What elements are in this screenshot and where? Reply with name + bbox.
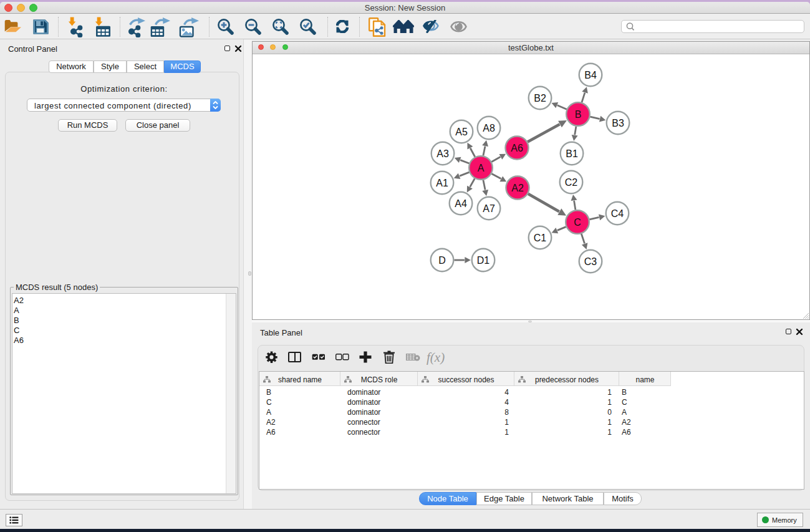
svg-text:A4: A4 xyxy=(455,198,467,209)
svg-text:A: A xyxy=(478,163,485,173)
svg-text:A8: A8 xyxy=(483,123,495,133)
svg-text:C: C xyxy=(574,217,581,228)
svg-text:B4: B4 xyxy=(584,70,597,80)
svg-text:B: B xyxy=(575,109,582,120)
svg-text:A6: A6 xyxy=(511,143,523,153)
svg-text:A7: A7 xyxy=(483,203,495,214)
svg-text:A2: A2 xyxy=(511,183,524,193)
svg-text:C3: C3 xyxy=(584,256,597,267)
svg-text:B1: B1 xyxy=(566,148,578,159)
svg-text:D: D xyxy=(438,255,446,266)
svg-text:A5: A5 xyxy=(455,127,468,137)
svg-text:D1: D1 xyxy=(477,255,490,266)
svg-text:C1: C1 xyxy=(534,233,547,243)
svg-text:B2: B2 xyxy=(534,93,546,104)
svg-text:B3: B3 xyxy=(612,118,624,128)
svg-text:A1: A1 xyxy=(436,178,448,188)
svg-text:A3: A3 xyxy=(436,148,449,159)
svg-text:C4: C4 xyxy=(611,208,624,219)
svg-text:C2: C2 xyxy=(565,177,578,188)
